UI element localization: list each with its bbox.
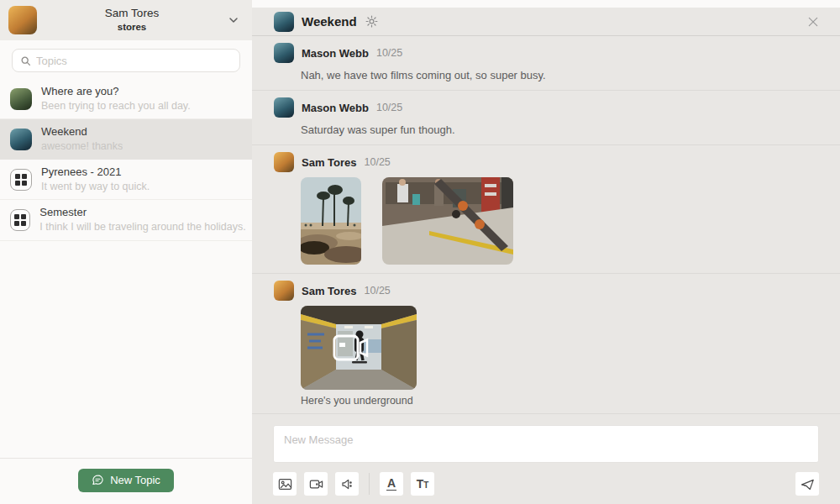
topic-row-where-are-you[interactable]: Where are you? Been trying to reach you … (0, 79, 252, 119)
message: Mason Webb 10/25 Saturday was super fun … (252, 91, 840, 145)
sidebar: Sam Tores stores Where are you? Been try… (0, 0, 252, 504)
topic-text: Weekend awesome! thanks (41, 125, 123, 153)
attach-video-button[interactable] (304, 472, 328, 496)
composer-toolbar: A TT (252, 466, 840, 504)
chat-header: Weekend (252, 8, 840, 36)
topic-preview: Been trying to reach you all day. (41, 99, 191, 113)
attachment-row (301, 177, 819, 265)
skatepark-palms-photo[interactable] (301, 177, 361, 265)
underlined-a-icon: A (386, 477, 396, 491)
topic-row-pyrenees-2021[interactable]: Pyrenees - 2021 It went by way to quick. (0, 160, 252, 200)
topic-preview: awesome! thanks (41, 139, 123, 153)
chat-avatar (274, 12, 294, 32)
message-avatar[interactable] (274, 43, 294, 63)
attachment-caption: Here's you underground (301, 395, 819, 407)
topic-avatar-photo (10, 88, 32, 110)
text-color-button[interactable]: A (380, 472, 403, 496)
send-icon (800, 476, 816, 492)
message-date: 10/25 (365, 285, 391, 297)
message: Mason Webb 10/25 awesome! thanks (252, 414, 840, 420)
message-text: Nah, we have two films coming out, so su… (301, 69, 819, 81)
chat-title: Weekend (302, 14, 357, 29)
message-header: Sam Tores 10/25 (274, 152, 819, 172)
topic-preview: I think I will be traveling around the h… (39, 220, 247, 234)
close-icon[interactable] (806, 15, 820, 29)
topic-list: Where are you? Been trying to reach you … (0, 79, 252, 458)
message-avatar[interactable] (274, 152, 294, 172)
message-avatar[interactable] (274, 97, 294, 118)
grid-icon (10, 209, 30, 231)
grid-icon (10, 169, 32, 191)
search-input[interactable] (36, 55, 232, 67)
message: Sam Tores 10/25 (252, 145, 840, 274)
composer (252, 420, 840, 466)
message-list[interactable]: Mason Webb 10/25 Nah, we have two films … (252, 36, 840, 420)
underground-skater-video[interactable] (301, 306, 417, 390)
profile-name: Sam Tores (37, 7, 227, 21)
profile-text: Sam Tores stores (37, 7, 227, 33)
video-icon (333, 334, 370, 361)
chat-panel: Weekend Mason Webb 10/25 Nah, we have tw… (252, 0, 840, 504)
sidebar-footer: New Topic (0, 458, 252, 504)
topics-search[interactable] (12, 49, 240, 72)
text-size-icon: TT (417, 478, 429, 490)
chevron-down-icon[interactable] (227, 13, 240, 27)
message-date: 10/25 (365, 156, 391, 168)
topic-text: Pyrenees - 2021 It went by way to quick. (41, 165, 150, 193)
topic-row-semester[interactable]: Semester I think I will be traveling aro… (0, 200, 252, 240)
new-topic-button[interactable]: New Topic (78, 469, 174, 492)
profile-avatar[interactable] (8, 6, 37, 34)
send-button[interactable] (795, 472, 819, 496)
message-date: 10/25 (376, 102, 402, 113)
message-header: Sam Tores 10/25 (274, 281, 819, 301)
message-author: Mason Webb (302, 47, 369, 60)
image-icon (277, 476, 293, 492)
message-author: Sam Tores (302, 156, 357, 169)
message-header: Mason Webb 10/25 (274, 43, 819, 63)
message-header: Mason Webb 10/25 (274, 97, 819, 118)
search-icon (20, 55, 31, 66)
message-avatar[interactable] (274, 281, 294, 301)
message-author: Sam Tores (302, 285, 357, 297)
toolbar-divider (369, 473, 370, 495)
attachment-row (301, 306, 819, 390)
message: Sam Tores 10/25 (252, 274, 840, 414)
speaker-icon (339, 476, 355, 492)
topic-title: Pyrenees - 2021 (41, 165, 150, 180)
skate-ramp-photo[interactable] (382, 177, 513, 265)
message-text: Saturday was super fun though. (301, 123, 819, 136)
topic-title: Semester (39, 206, 247, 220)
attach-audio-button[interactable] (335, 472, 359, 496)
message-date: 10/25 (376, 47, 402, 59)
topic-text: Semester I think I will be traveling aro… (39, 206, 247, 234)
topic-avatar-photo (10, 129, 32, 150)
gear-icon[interactable] (365, 14, 379, 29)
profile-header[interactable]: Sam Tores stores (0, 0, 252, 40)
topic-preview: It went by way to quick. (41, 180, 150, 193)
topic-title: Where are you? (41, 85, 191, 99)
top-strip (252, 0, 840, 8)
profile-team: stores (37, 21, 227, 33)
new-topic-label: New Topic (110, 474, 160, 486)
topic-title: Weekend (41, 125, 123, 139)
text-size-button[interactable]: TT (411, 472, 434, 496)
new-message-input[interactable] (273, 425, 819, 463)
message: Mason Webb 10/25 Nah, we have two films … (252, 36, 840, 91)
topic-row-weekend[interactable]: Weekend awesome! thanks (0, 119, 252, 160)
message-author: Mason Webb (302, 102, 369, 114)
attach-image-button[interactable] (273, 472, 297, 496)
chat-bubble-icon (92, 474, 104, 486)
messaging-app: Sam Tores stores Where are you? Been try… (0, 0, 840, 504)
video-camera-icon (308, 476, 324, 492)
search-area (0, 40, 252, 79)
topic-text: Where are you? Been trying to reach you … (41, 85, 191, 113)
